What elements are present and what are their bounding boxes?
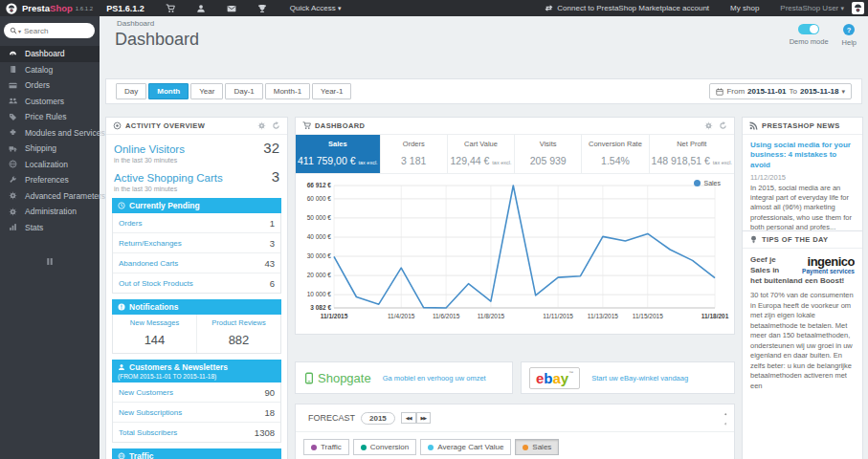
currently-pending-rows: Orders1 Return/Exchanges3 Abandoned Cart… (112, 213, 281, 294)
pending-link[interactable]: Abandoned Carts (119, 259, 178, 268)
stats-icon (9, 223, 17, 231)
configure-gear-icon[interactable] (704, 121, 713, 130)
refresh-icon[interactable] (724, 418, 727, 427)
search-input[interactable] (24, 27, 77, 35)
legend-traffic-button[interactable]: Traffic (303, 439, 349, 455)
legend-conversion-button[interactable]: Conversion (353, 439, 416, 455)
kpi-cart-value[interactable]: Cart Value129,44 € tax excl. (448, 135, 515, 173)
sidebar-item-preferences[interactable]: Preferences (0, 172, 100, 188)
active-carts-value: 3 (272, 168, 279, 185)
configure-gear-icon[interactable] (724, 408, 727, 418)
pending-link[interactable]: Orders (119, 219, 142, 228)
kpi-conversion-rate[interactable]: Conversion Rate1.54% (582, 135, 649, 173)
kpi-orders[interactable]: Orders3 181 (381, 135, 448, 173)
refresh-icon[interactable] (719, 121, 727, 130)
news-item-title[interactable]: Using social media for your business: 4 … (750, 141, 855, 170)
tab-day-1[interactable]: Day-1 (225, 83, 262, 99)
sidebar-item-price-rules[interactable]: Price Rules (0, 109, 100, 125)
svg-text:11/1/2015: 11/1/2015 (321, 313, 348, 319)
sidebar-item-modules[interactable]: Modules and Services (0, 125, 100, 142)
sidebar-item-dashboard[interactable]: Dashboard (0, 46, 100, 62)
forecast-legend: Traffic Conversion Average Cart Value Sa… (296, 432, 734, 459)
sidebar-item-shipping[interactable]: Shipping (0, 141, 100, 157)
brand[interactable]: PrestaShop (22, 3, 73, 13)
panel-title: DASHBOARD (315, 121, 365, 130)
new-customers-link[interactable]: New Customers (119, 388, 173, 397)
user-menu[interactable]: PrestaShop User ▾ (780, 4, 844, 12)
kpi-visits[interactable]: Visits205 939 (515, 135, 582, 173)
truck-icon (9, 144, 17, 153)
pending-link[interactable]: Return/Exchanges (119, 239, 182, 248)
sidebar-item-orders[interactable]: Orders (0, 77, 100, 94)
sidebar-item-administration[interactable]: Administration (0, 204, 100, 220)
book-icon (9, 65, 17, 74)
pending-row: Abandoned Carts43 (113, 253, 280, 273)
demo-mode-toggle[interactable] (798, 24, 819, 34)
sidebar-search[interactable]: ▾ (4, 23, 95, 38)
sales-dot (523, 445, 528, 450)
pending-row: Orders1 (113, 213, 280, 233)
sidebar-item-localization[interactable]: Localization (0, 157, 100, 173)
my-shop-link[interactable]: My shop (730, 4, 759, 12)
kpi-sales[interactable]: Sales411 759,00 € tax excl. (296, 135, 381, 173)
tab-month[interactable]: Month (148, 83, 189, 99)
sales-chart-area: 3 082 €10 000 €20 000 €30 000 €40 000 €5… (296, 174, 734, 325)
user-icon[interactable] (196, 4, 206, 13)
chevron-down-icon: ▾ (338, 5, 342, 11)
trophy-icon[interactable] (257, 4, 267, 13)
shopgate-link[interactable]: Ga mobiel en verhoog uw omzet (383, 374, 486, 382)
date-range-picker[interactable]: From2015-11-01 To2015-11-18 ▾ (709, 83, 852, 99)
active-carts-link[interactable]: Active Shopping Carts (114, 172, 223, 184)
shop-name-link[interactable]: PS1.6.1.2 (106, 4, 145, 13)
ebay-link[interactable]: Start uw eBay-winkel vandaag (591, 374, 688, 382)
forecast-next-button[interactable]: ▶▶ (416, 412, 432, 424)
tab-year[interactable]: Year (190, 83, 223, 99)
page-title: Dashboard (115, 30, 199, 50)
activity-overview-panel: ACTIVITY OVERVIEW Online Visitors32 in t… (105, 117, 288, 459)
clock-icon (118, 202, 125, 209)
panel-title: TIPS OF THE DAY (762, 235, 828, 244)
tab-year-1[interactable]: Year-1 (312, 83, 351, 99)
sidebar-item-stats[interactable]: Stats (0, 220, 100, 236)
sidebar-item-customers[interactable]: Customers (0, 94, 100, 110)
sidebar-item-catalog[interactable]: Catalog (0, 62, 100, 78)
tips-of-the-day-panel: TIPS OF THE DAY ingenico Payment service… (742, 230, 863, 459)
search-scope-caret-icon[interactable]: ▾ (18, 28, 21, 34)
legend-sales-button[interactable]: Sales (515, 439, 559, 455)
configure-gear-icon[interactable] (257, 121, 266, 130)
online-visitors-sub: in the last 30 minutes (114, 157, 279, 164)
pending-link[interactable]: Out of Stock Products (119, 279, 193, 288)
envelope-icon[interactable] (227, 4, 236, 13)
new-subscriptions-link[interactable]: New Subscriptions (119, 408, 182, 417)
panel-title: PRESTASHOP NEWS (762, 121, 840, 130)
kpi-net-profit[interactable]: Net Profit148 918,51 € tax excl. (650, 135, 734, 173)
active-carts-sub: in the last 30 minutes (114, 186, 279, 192)
search-icon[interactable] (10, 27, 17, 34)
avatar[interactable] (852, 2, 864, 14)
sidebar-collapse-button[interactable] (44, 256, 56, 267)
dashboard-panel: DASHBOARD Sales411 759,00 € tax excl. Or… (295, 117, 735, 335)
quick-access-menu[interactable]: Quick Access ▾ (290, 4, 342, 12)
breadcrumb[interactable]: Dashboard (117, 19, 154, 28)
tab-day[interactable]: Day (116, 83, 146, 99)
ebay-logo[interactable]: ebay™ (529, 367, 580, 389)
sidebar-item-advanced-parameters[interactable]: Advanced Parameters (0, 188, 100, 205)
traffic-header: Traffic (FROM 2015-11-01 TO 2015-11-18) (112, 448, 281, 459)
tab-month-1[interactable]: Month-1 (265, 83, 310, 99)
svg-text:3 082 €: 3 082 € (310, 304, 331, 311)
shopgate-logo[interactable]: Shopgate (303, 371, 371, 385)
cart-icon[interactable] (166, 4, 175, 13)
new-messages-link[interactable]: New Messages (115, 318, 194, 327)
puzzle-icon (9, 128, 17, 137)
online-visitors-link[interactable]: Online Visitors (114, 143, 185, 155)
refresh-icon[interactable] (272, 121, 280, 130)
svg-text:11/4/2015: 11/4/2015 (388, 313, 415, 319)
marketplace-link[interactable]: Connect to PrestaShop Marketplace accoun… (545, 4, 709, 12)
help-icon[interactable]: ? (843, 24, 855, 35)
total-subscribers-link[interactable]: Total Subscribers (119, 428, 177, 437)
legend-average-cart-value-button[interactable]: Average Cart Value (420, 439, 511, 455)
forecast-prev-button[interactable]: ◀◀ (401, 412, 416, 424)
product-reviews-link[interactable]: Product Reviews (199, 318, 278, 327)
demo-mode-label: Demo mode (790, 37, 829, 46)
forecast-year: 2015 (361, 412, 395, 425)
